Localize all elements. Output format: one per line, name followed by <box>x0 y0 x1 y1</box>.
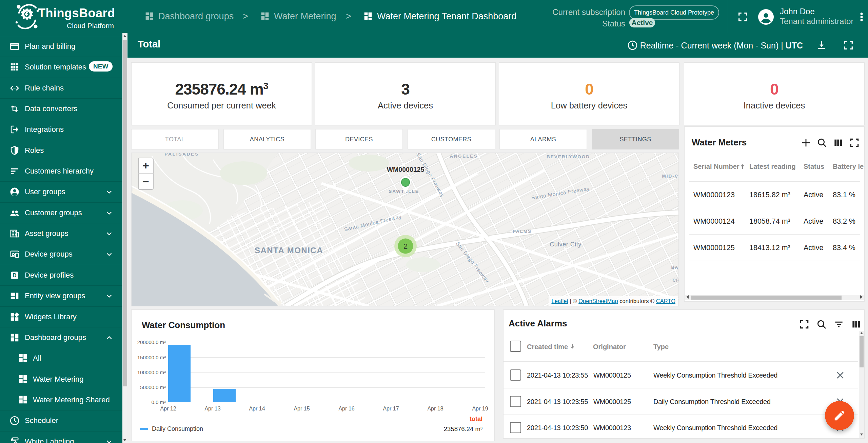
svg-text:PALMS: PALMS <box>513 229 532 234</box>
svg-text:WM0000125: WM0000125 <box>387 166 425 173</box>
svg-text:Culver City: Culver City <box>550 241 581 248</box>
svg-text:SANTA MONICA: SANTA MONICA <box>255 246 323 255</box>
svg-text:BA: BA <box>671 265 678 270</box>
svg-text:CR: CR <box>673 278 678 283</box>
svg-text:BEVERLYWOOD: BEVERLYWOOD <box>547 154 590 159</box>
svg-text:D: D <box>13 273 16 278</box>
svg-text:2: 2 <box>403 242 408 250</box>
svg-text:PALISADES: PALISADES <box>164 153 199 157</box>
svg-text:ANGELES: ANGELES <box>450 154 478 159</box>
svg-text:MID-CIT: MID-CIT <box>662 174 679 179</box>
